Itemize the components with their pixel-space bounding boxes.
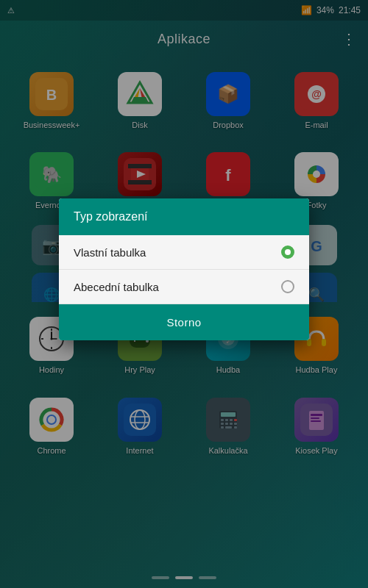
radio-vlastni[interactable] xyxy=(281,245,294,259)
modal-cancel-button[interactable]: Storno xyxy=(59,304,309,340)
modal-title: Typ zobrazení xyxy=(59,198,309,235)
radio-abecedni[interactable] xyxy=(281,280,294,293)
modal-overlay: Typ zobrazení Vlastní tabulka Abecední t… xyxy=(0,0,368,588)
type-display-modal: Typ zobrazení Vlastní tabulka Abecední t… xyxy=(59,198,309,340)
modal-option-vlastni[interactable]: Vlastní tabulka xyxy=(59,235,309,270)
modal-option-vlastni-label: Vlastní tabulka xyxy=(74,246,146,259)
modal-cancel-label: Storno xyxy=(166,316,201,329)
modal-option-abecedni[interactable]: Abecední tabulka xyxy=(59,270,309,304)
modal-option-abecedni-label: Abecední tabulka xyxy=(74,281,159,293)
